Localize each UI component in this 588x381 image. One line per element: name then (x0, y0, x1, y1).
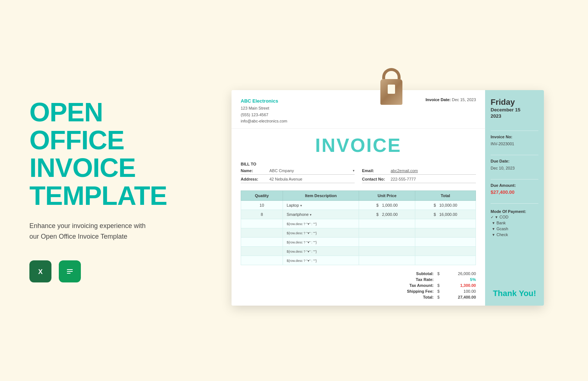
tax-amount-sym: $ (437, 283, 443, 288)
bank-dropdown: ▾ (492, 221, 495, 225)
contact-field: Contact No: 222-555-7777 (362, 177, 476, 183)
total-label: Total: (393, 295, 434, 299)
clip-body (380, 79, 402, 105)
sidebar-due-amount: Due Amount: $27,400.00 (491, 183, 538, 195)
sheets-icon[interactable] (59, 260, 81, 282)
tax-amount-value: 1,300.00 (447, 283, 476, 288)
grand-total-row: Total: $ 27,400.00 (351, 294, 476, 300)
name-dropdown-arrow[interactable]: ▾ (353, 169, 355, 172)
total-value: 27,400.00 (447, 295, 476, 299)
email-value: abc2email.com (391, 168, 476, 173)
cell-price-4 (359, 237, 415, 246)
cell-qty-3 (241, 228, 283, 237)
invoice-date-area: Invoice Date: Dec 15, 2023 (426, 97, 476, 125)
bank-label: Bank (496, 221, 506, 225)
sidebar-divider-2 (491, 155, 538, 155)
payment-mode-bank: ▾ Bank (491, 221, 538, 225)
cell-price-1: $ 2,000.00 (359, 210, 415, 219)
invoice-main: ABC Electronics 123 Main Street (555) 12… (232, 90, 485, 306)
col-header-qty: Quatity (241, 190, 283, 200)
total-sym: $ (437, 295, 443, 299)
payment-mode-check: ▾ Check (491, 232, 538, 237)
cell-total-4 (415, 237, 476, 246)
cell-price-5 (359, 246, 415, 256)
cell-qty-6 (241, 256, 283, 265)
cod-check: ✓ (491, 215, 494, 219)
cell-qty-5 (241, 246, 283, 256)
table-row: ${row.desc ? "▾" : ""} (241, 219, 476, 228)
gcash-label: Gcash (496, 227, 508, 231)
cell-qty-4 (241, 237, 283, 246)
invoice-title: INVOICE (232, 134, 485, 156)
tax-rate-value: 5% (447, 277, 476, 282)
cell-desc-0: Laptop ▾ (283, 200, 359, 210)
clipboard-clip (377, 68, 406, 101)
check-label: Check (496, 232, 508, 237)
subtotal-value: 26,000.00 (447, 271, 476, 276)
address-field: Address: 42 Nebula Avenue (241, 177, 355, 183)
email-field: Email: abc2email.com (362, 168, 476, 175)
table-row: 10 Laptop ▾ $ 1,000.00 $ 10,000.00 (241, 200, 476, 210)
company-email: info@abc-electronics.com (241, 118, 287, 125)
company-phone: (555) 123-4567 (241, 112, 287, 118)
sidebar-day: Friday (491, 97, 538, 107)
sidebar-payment-label: Mode Of Payment: (491, 209, 538, 214)
cell-qty-2 (241, 219, 283, 228)
company-name: ABC Electronics (241, 97, 287, 105)
address-label: Address: (241, 177, 266, 181)
sidebar-invoice-no: Invoice No: INV-2023001 (491, 135, 538, 147)
cell-desc-2: ${row.desc ? "▾" : ""} (283, 219, 359, 228)
bill-to-grid: Name: ABC Cmpany ▾ Email: abc2email.com … (241, 168, 476, 183)
col-header-total: Total (415, 190, 476, 200)
invoice-date-label: Invoice Date: (426, 97, 451, 102)
name-field: Name: ABC Cmpany ▾ (241, 168, 355, 175)
thank-you-text: Thank You! (491, 281, 538, 298)
cod-label: COD (499, 215, 508, 219)
totals-table: Subtotal: $ 26,000.00 Tax Rate: 5% Tax A… (351, 271, 476, 300)
table-row: ${row.desc ? "▾" : ""} (241, 256, 476, 265)
contact-label: Contact No: (362, 177, 388, 181)
svg-text:X: X (38, 268, 43, 275)
svg-rect-3 (67, 269, 73, 270)
cell-total-5 (415, 246, 476, 256)
payment-mode-cod: ✓ ▾ COD (491, 215, 538, 220)
sidebar-due-amount-value: $27,400.00 (491, 189, 514, 195)
cell-price-0: $ 1,000.00 (359, 200, 415, 210)
cod-dropdown: ▾ (495, 215, 498, 220)
payment-mode-gcash: ▾ Gcash (491, 227, 538, 231)
cell-qty-0: 10 (241, 200, 283, 210)
cell-desc-1: Smartphone ▾ (283, 210, 359, 219)
bill-to-section: BILL TO Name: ABC Cmpany ▾ Email: abc2em… (232, 158, 485, 187)
sidebar-year: 2023 (491, 113, 538, 120)
table-header-row: Quatity Item Description Unit Price Tota… (241, 190, 476, 200)
address-value: 42 Nebula Avenue (269, 177, 355, 181)
tax-amount-label: Tax Amount: (393, 283, 434, 288)
name-label: Name: (241, 168, 266, 173)
contact-value: 222-555-7777 (391, 177, 476, 181)
sidebar-month: December 15 (491, 107, 538, 113)
document-wrapper: ABC Electronics 123 Main Street (555) 12… (232, 90, 544, 306)
tax-amount-row: Tax Amount: $ 1,300.00 (351, 282, 476, 288)
clip (377, 68, 406, 101)
excel-icon[interactable]: X (29, 260, 51, 282)
company-info: ABC Electronics 123 Main Street (555) 12… (241, 97, 287, 125)
shipping-row: Shipping Fee: $ 100.00 (351, 288, 476, 294)
icons-row: X (29, 260, 173, 282)
sidebar-due-date-label: Due Date: (491, 159, 538, 163)
subtitle-text: Enhance your invoicing experience with o… (29, 221, 154, 242)
invoice-header: ABC Electronics 123 Main Street (555) 12… (232, 90, 485, 129)
sheets-svg (64, 266, 76, 277)
right-panel: ABC Electronics 123 Main Street (555) 12… (195, 68, 588, 313)
gcash-dropdown: ▾ (492, 227, 495, 231)
sidebar-due-date: Due Date: Dec 10, 2023 (491, 159, 538, 171)
svg-rect-4 (67, 271, 73, 272)
table-row: ${row.desc ? "▾" : ""} (241, 228, 476, 237)
email-label: Email: (362, 168, 388, 173)
sidebar-due-date-value: Dec 10, 2023 (491, 166, 514, 170)
invoice-date-value: Dec 15, 2023 (452, 97, 476, 102)
cell-price-6 (359, 256, 415, 265)
cell-desc-6: ${row.desc ? "▾" : ""} (283, 256, 359, 265)
sidebar-divider-3 (491, 179, 538, 179)
col-header-price: Unit Price (359, 190, 415, 200)
totals-section: Subtotal: $ 26,000.00 Tax Rate: 5% Tax A… (232, 269, 485, 306)
